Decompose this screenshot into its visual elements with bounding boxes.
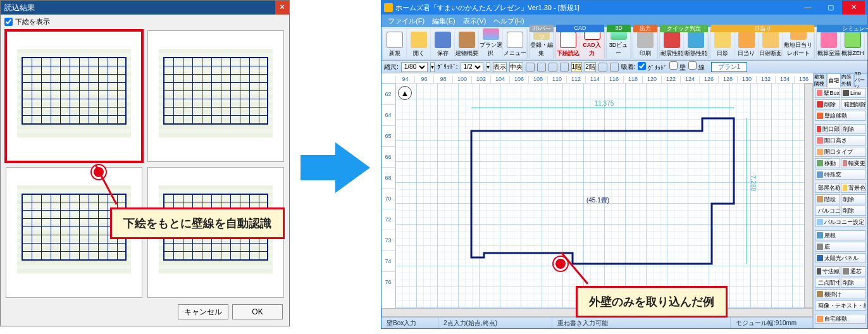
dialog-close-button[interactable]: × [275, 1, 289, 15]
menu-edit[interactable]: 編集(E) [430, 16, 458, 26]
tool-open-height[interactable]: 開口高さ [815, 135, 866, 145]
ribbon-cad-input[interactable]: CAD入力 [580, 28, 604, 59]
ruler-tick: 98 [433, 76, 452, 83]
ribbon-menu[interactable]: メニュー [503, 28, 527, 59]
tool-stairs[interactable]: 階段 [815, 194, 840, 204]
ok-button[interactable]: OK [232, 304, 283, 319]
tool-balcony[interactable]: バルコニー [815, 206, 840, 216]
redo-icon[interactable] [560, 63, 569, 71]
side-tab-3dparts[interactable]: 3D パーツ [854, 73, 867, 87]
side-tab-intext[interactable]: 内装 外構 [841, 73, 854, 87]
thumbnail-2[interactable] [147, 30, 284, 162]
scale-select[interactable]: 1/80 [401, 62, 428, 72]
ribbon-shadow[interactable]: 日影 [710, 28, 735, 59]
side-tab-site[interactable]: 敷地 隣棟 [814, 73, 827, 87]
floor1-btn[interactable]: 1階 [571, 62, 583, 72]
ribbon-heat[interactable]: 断熱性能 [684, 28, 708, 59]
ribbon-section[interactable]: 日射断面 [759, 28, 783, 59]
ribbon-open[interactable]: 開く [407, 28, 431, 59]
side-tab-house[interactable]: 自宅 [827, 73, 840, 87]
tool-special-window[interactable]: 特殊窓 [815, 170, 866, 180]
tool-opening[interactable]: 開口部 [815, 124, 840, 134]
show-base-checkbox[interactable] [4, 18, 13, 26]
dialog-body: 下絵を表示 キャンセル OK [1, 15, 289, 326]
ribbon-save[interactable]: 保存 [431, 28, 455, 59]
ribbon-tab-sun[interactable]: 日当り [710, 25, 814, 32]
status-panel-2: 2点入力(始点,終点) [438, 318, 552, 328]
ribbon-lightheat[interactable]: 光熱費 [865, 28, 868, 59]
tool-dim-through[interactable]: 通芯 [841, 266, 866, 276]
ribbon-building[interactable]: 建物概要 [455, 28, 479, 59]
close-button[interactable]: ✕ [842, 1, 865, 15]
tool-move[interactable]: 移動 [815, 158, 840, 168]
ribbon-tab-3d[interactable]: 3D [607, 25, 631, 32]
tool-balcony-settings[interactable]: バルコニー設定 [815, 217, 866, 227]
tool-opening-del[interactable]: 削除 [841, 124, 866, 134]
tool-house-move[interactable]: 自宅移動 [815, 314, 866, 324]
menu-view[interactable]: 表示(V) [461, 16, 489, 26]
snap-wall[interactable]: 壁 [669, 61, 686, 72]
ribbon-new[interactable]: 新規 [383, 28, 407, 59]
tool-dim-del[interactable]: 削除 [841, 278, 866, 288]
ribbon-quick-group: クイック判定 耐震性能 断熱性能 [659, 28, 709, 59]
tool-solar[interactable]: 太陽光パネル [815, 253, 866, 263]
snap-grid[interactable]: ｸﾞﾘｯﾄﾞ [638, 62, 667, 71]
ribbon-overview[interactable]: 概算室温 [817, 28, 841, 59]
grid-select[interactable]: 1/2 [461, 62, 483, 72]
minimize-button[interactable]: — [797, 1, 819, 15]
tool-line[interactable]: Line [841, 88, 866, 98]
tool-width-change[interactable]: 幅変更 [841, 158, 866, 168]
tool-wallline-move[interactable]: 壁線移動 [815, 111, 866, 121]
show-base-checkbox-row[interactable]: 下絵を表示 [4, 17, 285, 27]
ribbon-plan-select[interactable]: プラン選択 [479, 28, 503, 59]
ribbon-hiatari[interactable]: 日当り [735, 28, 759, 59]
ribbon-tab-quick[interactable]: クイック判定 [660, 25, 708, 32]
tool-open-type[interactable]: 開口タイプ [815, 147, 866, 157]
ribbon-print[interactable]: 印刷 [633, 28, 657, 59]
ruler-tick: 64 [381, 104, 395, 125]
ribbon-tab-cad[interactable]: CAD [556, 25, 604, 32]
drawing-canvas[interactable]: ▲ (45.1畳) 11,375 7,280 [395, 84, 804, 308]
undo-icon[interactable] [549, 63, 557, 71]
menu-help[interactable]: ヘルプ(H) [491, 16, 526, 26]
ruler-tick: 96 [414, 76, 433, 83]
tool-range-delete[interactable]: 範囲削除 [841, 99, 866, 109]
snap-line[interactable]: 線 [688, 61, 705, 72]
tool-delete[interactable]: 削除 [815, 99, 840, 109]
tool-roof[interactable]: 屋根 [815, 230, 866, 240]
del-floor-icon[interactable] [610, 63, 619, 71]
tool-stairs-del[interactable]: 削除 [841, 194, 866, 204]
grid-apply[interactable]: ▾ [486, 62, 490, 72]
ribbon-quake[interactable]: 耐震性能 [660, 28, 684, 59]
floor2-btn[interactable]: 2階 [585, 62, 596, 72]
tool-bgcolor[interactable]: 背景色 [841, 183, 866, 193]
show-btn[interactable]: 表示 [493, 62, 507, 72]
tool-wallbox[interactable]: 壁Box [815, 88, 840, 98]
ribbon-zeh[interactable]: 概算ZEH [841, 28, 865, 59]
center-btn[interactable]: 中央 [509, 62, 523, 72]
plan1-tab[interactable]: プラン1 [711, 62, 748, 72]
ribbon-3dview[interactable]: 3Dビュー [607, 28, 631, 59]
maximize-button[interactable]: ▢ [819, 1, 842, 15]
ribbon-tab-3dparts[interactable]: 3Dパーツ [530, 25, 554, 32]
tool-dim-2pt[interactable]: 二点間寸法線 [815, 278, 840, 288]
tool-hanger[interactable]: 棚掛け [815, 289, 866, 299]
cancel-button[interactable]: キャンセル [178, 304, 228, 319]
zoom-out-icon[interactable] [526, 63, 535, 71]
scrollbar-vertical[interactable] [804, 84, 813, 308]
tool-dimline[interactable]: 寸法線 [815, 266, 840, 276]
tool-image-text[interactable]: 画像・テキスト・線分 [815, 300, 866, 311]
tool-roomname[interactable]: 部屋名称 [815, 183, 840, 193]
ribbon-sunsite[interactable]: 敷地日当りレポート [783, 28, 814, 59]
ribbon-baseload[interactable]: 下絵読込 [556, 28, 580, 59]
add-floor-icon[interactable] [598, 63, 607, 71]
zoom-in-icon[interactable] [537, 63, 546, 71]
ribbon-tab-output[interactable]: 出力 [633, 25, 657, 32]
thumbnail-1[interactable] [6, 30, 142, 162]
tool-balcony-del[interactable]: 削除 [841, 206, 866, 216]
menu-file[interactable]: ファイル(F) [385, 16, 427, 26]
scale-apply[interactable]: ▾ [430, 62, 435, 72]
tool-eave[interactable]: 庇 [815, 242, 866, 252]
ribbon-tab-sim[interactable]: シミュレーション [817, 25, 868, 32]
ruler-top: 9496981001021041061081101121141161181201… [381, 73, 813, 84]
